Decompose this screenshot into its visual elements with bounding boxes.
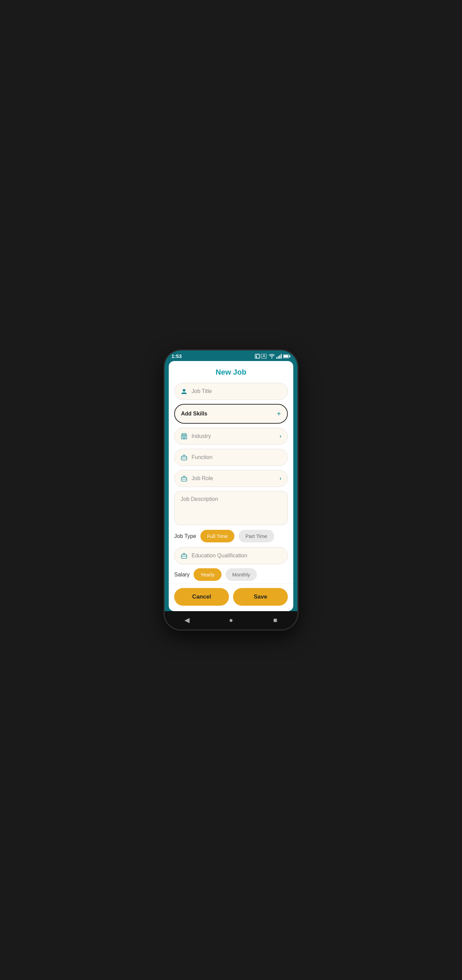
svg-rect-16: [185, 437, 186, 438]
industry-label: Industry: [192, 433, 276, 439]
salary-label: Salary: [174, 572, 189, 578]
svg-rect-1: [256, 356, 257, 358]
svg-rect-8: [289, 355, 291, 357]
yearly-button[interactable]: Yearly: [194, 568, 221, 581]
white-card: New Job Job Title Add Skills +: [169, 361, 293, 611]
salary-row: Salary Yearly Monthly: [174, 568, 288, 581]
phone-frame: 1:53: [165, 350, 297, 630]
home-nav-icon[interactable]: ●: [225, 614, 237, 625]
svg-rect-9: [284, 355, 289, 357]
briefcase-role-icon: [181, 475, 187, 482]
add-skills-label: Add Skills: [181, 411, 207, 417]
building-icon: [181, 433, 187, 440]
job-type-label: Job Type: [174, 533, 196, 539]
job-title-field[interactable]: Job Title: [174, 383, 288, 400]
svg-rect-14: [185, 436, 186, 437]
monthly-button[interactable]: Monthly: [225, 568, 257, 581]
industry-field[interactable]: Industry ›: [174, 428, 288, 445]
svg-rect-15: [183, 437, 183, 438]
status-icons: [255, 354, 291, 359]
job-description-field[interactable]: Job Description: [174, 491, 288, 525]
signal-icon: [276, 354, 282, 359]
svg-rect-17: [184, 437, 185, 439]
recent-nav-icon[interactable]: ■: [270, 614, 281, 625]
job-role-label: Job Role: [192, 476, 276, 482]
education-label: Education Qualification: [192, 553, 281, 559]
industry-chevron: ›: [279, 433, 281, 439]
svg-rect-18: [182, 434, 186, 435]
job-desc-placeholder: Job Description: [181, 496, 218, 502]
person-icon: [181, 388, 187, 395]
part-time-button[interactable]: Part Time: [238, 530, 274, 542]
job-title-label: Job Title: [192, 388, 281, 395]
battery-icon: [283, 354, 291, 358]
nav-bar: ◀ ● ■: [165, 611, 297, 630]
education-icon: [181, 552, 187, 559]
job-role-field[interactable]: Job Role ›: [174, 470, 288, 487]
sim1-icon: [255, 354, 260, 359]
education-qualification-field[interactable]: Education Qualification: [174, 547, 288, 564]
wifi-icon: [269, 354, 275, 359]
cancel-button[interactable]: Cancel: [174, 588, 229, 606]
back-nav-icon[interactable]: ◀: [181, 614, 192, 625]
svg-rect-5: [279, 355, 280, 359]
page-title: New Job: [174, 368, 288, 377]
svg-rect-12: [183, 436, 183, 437]
plus-icon: +: [276, 409, 281, 418]
add-skills-field[interactable]: Add Skills +: [174, 404, 288, 424]
job-role-chevron: ›: [279, 476, 281, 482]
svg-rect-4: [278, 356, 279, 359]
function-label: Function: [192, 454, 281, 460]
function-field[interactable]: Function: [174, 449, 288, 466]
sim2-icon: [261, 354, 267, 359]
screen-content: New Job Job Title Add Skills +: [165, 361, 297, 611]
save-button[interactable]: Save: [233, 588, 288, 606]
job-type-row: Job Type Full Time Part Time: [174, 530, 288, 542]
svg-rect-3: [276, 357, 277, 359]
status-bar: 1:53: [165, 350, 297, 361]
full-time-button[interactable]: Full Time: [200, 530, 235, 542]
svg-rect-6: [281, 354, 282, 359]
svg-rect-13: [184, 436, 185, 437]
briefcase-function-icon: [181, 454, 187, 461]
svg-point-10: [183, 389, 186, 392]
bottom-buttons: Cancel Save: [169, 584, 293, 611]
status-time: 1:53: [171, 353, 182, 359]
